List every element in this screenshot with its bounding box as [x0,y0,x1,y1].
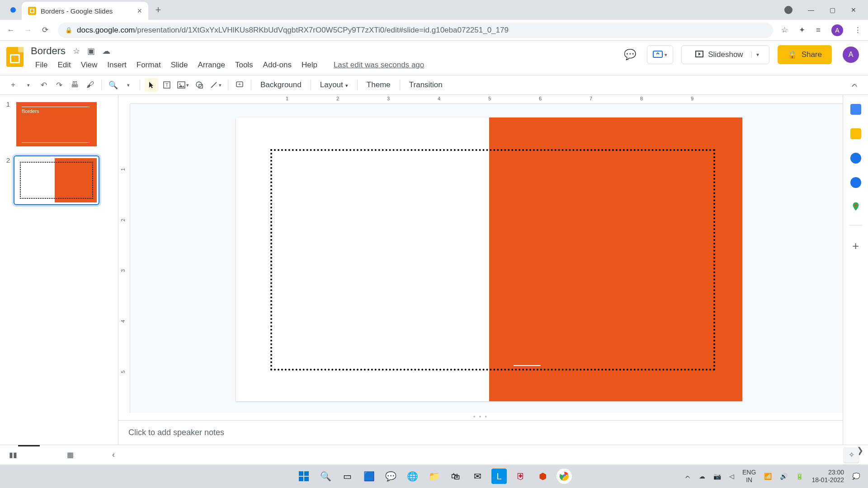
menu-arrange[interactable]: Arrange [193,59,229,71]
task-view-icon[interactable]: ▭ [340,469,355,484]
store-icon[interactable]: 🛍 [448,469,463,484]
collapse-filmstrip-icon[interactable]: ‹ [112,450,115,460]
get-addons-button[interactable]: + [852,239,859,253]
wifi-icon[interactable]: 📶 [764,473,772,480]
office-icon[interactable]: ⬢ [535,469,550,484]
present-to-meeting-button[interactable]: ▾ [647,45,673,64]
current-slide[interactable] [236,117,742,401]
speaker-notes[interactable]: Click to add speaker notes [118,420,843,445]
menu-addons[interactable]: Add-ons [259,59,296,71]
layout-button[interactable]: Layout ▾ [316,80,353,89]
horizontal-ruler[interactable]: 1 2 3 4 5 6 7 8 9 [130,95,843,104]
close-tab-icon[interactable]: × [137,6,142,16]
chrome-icon[interactable] [557,469,572,484]
comments-icon[interactable]: 💬 [624,49,639,61]
search-icon[interactable]: 🔍 [318,469,333,484]
print-button[interactable]: 🖶 [68,78,81,92]
notifications-icon[interactable]: 💭 [852,473,860,480]
clock[interactable]: 23:00 18-01-2022 [811,469,844,484]
menu-format[interactable]: Format [132,59,165,71]
slideshow-button[interactable]: Slideshow [687,50,751,59]
app-l-icon[interactable]: L [491,469,507,484]
volume-icon[interactable]: 🔊 [780,473,788,480]
last-edit-info[interactable]: Last edit was seconds ago [329,59,429,71]
mcafee-icon[interactable]: ⛨ [513,469,528,484]
filmstrip-view-icon[interactable]: ▮▮ [9,450,17,459]
maps-addon-icon[interactable] [851,202,861,211]
shape-tool[interactable] [193,78,206,92]
chat-icon[interactable]: 💬 [383,469,398,484]
maximize-icon[interactable]: ▢ [830,6,835,14]
menu-file[interactable]: File [31,59,52,71]
keep-addon-icon[interactable] [850,128,861,139]
explore-button[interactable]: ✧ [844,447,859,463]
mail-icon[interactable]: ✉ [470,469,485,484]
tray-chevron-icon[interactable]: ᨈ [685,473,691,480]
chrome-menu-icon[interactable]: ⋮ [854,25,862,35]
minimize-icon[interactable]: — [808,6,814,14]
edge-icon[interactable]: 🌐 [405,469,420,484]
forward-icon[interactable]: → [24,26,33,35]
transition-button[interactable]: Transition [405,80,447,89]
reload-icon[interactable]: ⟳ [41,25,50,35]
slides-logo[interactable] [6,47,26,67]
textbox-tool[interactable]: T [160,78,174,92]
paint-format-button[interactable]: 🖌 [83,78,97,92]
line-tool[interactable]: ▾ [208,78,223,92]
comment-tool[interactable]: + [233,78,246,92]
menu-edit[interactable]: Edit [53,59,75,71]
collapse-toolbar-button[interactable]: ᨈ [848,78,862,92]
background-button[interactable]: Background [256,80,306,89]
close-window-icon[interactable]: ✕ [851,6,856,14]
move-icon[interactable]: ▣ [87,46,95,56]
battery-icon[interactable]: 🔋 [796,473,803,480]
explorer-icon[interactable]: 📁 [426,469,442,484]
meet-now-icon[interactable]: 📷 [713,473,721,480]
new-slide-button[interactable]: + [6,78,20,92]
calendar-addon-icon[interactable] [850,104,861,115]
grid-view-icon[interactable]: ▦ [67,450,74,459]
chrome-profile-dot[interactable] [5,0,22,20]
start-button[interactable] [296,469,311,484]
account-avatar[interactable]: A [843,47,859,63]
document-title[interactable]: Borders [31,45,66,57]
menu-slide[interactable]: Slide [166,59,193,71]
new-tab-button[interactable]: + [148,4,164,16]
select-tool[interactable] [145,78,158,92]
menu-tools[interactable]: Tools [231,59,258,71]
slide-stage[interactable] [130,104,843,413]
thumbnail-row-1[interactable]: 1 Borders [4,99,114,149]
dotted-placeholder[interactable] [270,149,715,371]
slideshow-dropdown[interactable]: ▾ [751,52,764,58]
zoom-dropdown[interactable]: ▾ [122,78,135,92]
profile-avatar[interactable]: A [831,24,843,36]
star-icon[interactable]: ☆ [73,46,80,56]
omnibox[interactable]: 🔒 docs.google.com/presentation/d/1XtGxYx… [58,23,773,38]
contacts-addon-icon[interactable] [850,177,861,188]
guest-icon[interactable] [784,6,793,14]
menu-help[interactable]: Help [297,59,322,71]
notes-resize-handle[interactable]: • • • [118,413,843,420]
reading-list-icon[interactable]: ≡ [816,26,821,35]
language-indicator[interactable]: ENG IN [742,469,756,484]
onedrive-icon[interactable]: ☁ [699,473,705,480]
slide-thumbnail-1[interactable]: Borders [14,99,99,149]
menu-insert[interactable]: Insert [103,59,131,71]
share-button[interactable]: 🔒 Share [778,45,832,64]
cloud-status-icon[interactable]: ☁ [102,46,110,56]
location-icon[interactable]: ◁ [729,473,734,480]
slide-thumbnail-2-selected[interactable] [14,155,99,205]
browser-tab[interactable]: Borders - Google Slides × [22,2,148,20]
vertical-ruler[interactable]: 1 2 3 4 5 [118,104,130,413]
tasks-addon-icon[interactable] [850,153,861,164]
image-tool[interactable]: ▾ [175,78,191,92]
redo-button[interactable]: ↷ [52,78,66,92]
extensions-icon[interactable]: ✦ [799,25,805,35]
small-white-line[interactable] [514,365,541,366]
menu-view[interactable]: View [76,59,102,71]
zoom-button[interactable]: 🔍 [106,78,120,92]
widgets-icon[interactable]: 🟦 [361,469,377,484]
bookmark-star-icon[interactable]: ☆ [781,25,788,35]
new-slide-dropdown[interactable]: ▾ [22,78,35,92]
theme-button[interactable]: Theme [362,80,395,89]
